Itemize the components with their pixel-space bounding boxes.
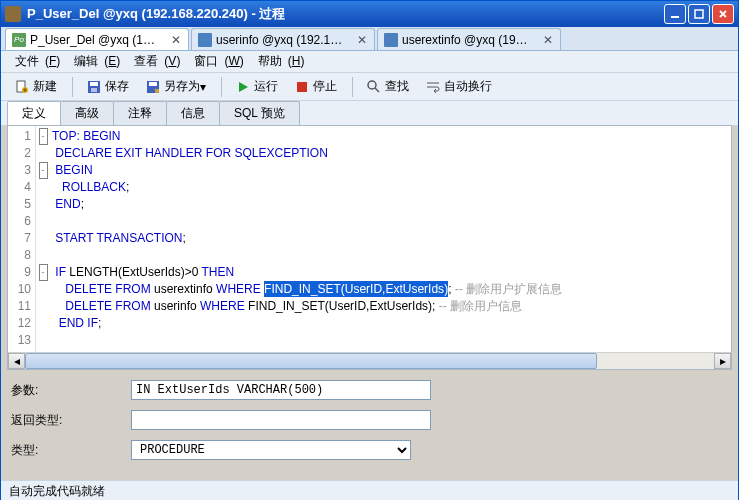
svg-rect-1 bbox=[695, 10, 703, 18]
tab-close-icon[interactable]: ✕ bbox=[356, 34, 368, 46]
params-input[interactable] bbox=[131, 380, 431, 400]
stop-button[interactable]: 停止 bbox=[287, 75, 344, 98]
code-line[interactable]: ROLLBACK; bbox=[50, 179, 731, 196]
tab-file-icon bbox=[384, 33, 398, 47]
scroll-track[interactable] bbox=[25, 353, 714, 369]
svg-rect-5 bbox=[90, 82, 98, 86]
separator bbox=[352, 77, 353, 97]
code-line[interactable] bbox=[50, 213, 731, 230]
fold-marker[interactable]: - bbox=[36, 162, 50, 179]
stop-icon bbox=[294, 79, 310, 95]
file-tab-bar: PoP_User_Del @yxq (192....✕userinfo @yxq… bbox=[1, 27, 738, 51]
tab-sql-preview[interactable]: SQL 预览 bbox=[219, 101, 300, 125]
code-line[interactable]: TOP: BEGIN bbox=[50, 128, 731, 145]
close-button[interactable] bbox=[712, 4, 734, 24]
line-number-gutter: 12345678910111213141516 bbox=[8, 126, 36, 352]
code-line[interactable]: DELETE FROM userextinfo WHERE FIND_IN_SE… bbox=[50, 281, 731, 298]
tab-label: P_User_Del @yxq (192.... bbox=[30, 33, 160, 47]
menu-help[interactable]: 帮助(H) bbox=[250, 51, 309, 72]
fold-gutter[interactable]: --- bbox=[36, 126, 50, 352]
line-number: 2 bbox=[8, 145, 35, 162]
tab-close-icon[interactable]: ✕ bbox=[542, 34, 554, 46]
code-line[interactable] bbox=[50, 332, 731, 349]
menu-window[interactable]: 窗口(W) bbox=[186, 51, 247, 72]
code-line[interactable]: END IF; bbox=[50, 315, 731, 332]
wrap-button[interactable]: 自动换行 bbox=[418, 75, 499, 98]
type-select[interactable]: PROCEDURE bbox=[131, 440, 411, 460]
tab-close-icon[interactable]: ✕ bbox=[170, 34, 182, 46]
search-icon bbox=[366, 79, 382, 95]
line-number: 13 bbox=[8, 332, 35, 349]
menu-bar: 文件(F) 编辑(E) 查看(V) 窗口(W) 帮助(H) bbox=[1, 51, 738, 73]
fold-marker bbox=[36, 332, 50, 349]
fold-marker bbox=[36, 247, 50, 264]
fold-marker bbox=[36, 281, 50, 298]
saveas-button[interactable]: 另存为 ▾ bbox=[138, 75, 213, 98]
code-area[interactable]: TOP: BEGIN DECLARE EXIT HANDLER FOR SQLE… bbox=[50, 126, 731, 352]
file-tab[interactable]: userextinfo @yxq (192...✕ bbox=[377, 28, 561, 50]
fold-marker[interactable]: - bbox=[36, 264, 50, 281]
tab-file-icon: Po bbox=[12, 33, 26, 47]
maximize-button[interactable] bbox=[688, 4, 710, 24]
find-button[interactable]: 查找 bbox=[359, 75, 416, 98]
line-number: 1 bbox=[8, 128, 35, 145]
menu-view[interactable]: 查看(V) bbox=[126, 51, 184, 72]
svg-rect-8 bbox=[149, 82, 157, 86]
fold-marker bbox=[36, 179, 50, 196]
menu-file[interactable]: 文件(F) bbox=[7, 51, 64, 72]
line-number: 5 bbox=[8, 196, 35, 213]
tab-comment[interactable]: 注释 bbox=[113, 101, 167, 125]
separator bbox=[72, 77, 73, 97]
new-button[interactable]: 新建 bbox=[7, 75, 64, 98]
toolbar: 新建 保存 另存为 ▾ 运行 停止 查找 自动换行 bbox=[1, 73, 738, 101]
code-line[interactable]: END; bbox=[50, 196, 731, 213]
fold-marker[interactable]: - bbox=[36, 128, 50, 145]
rettype-label: 返回类型: bbox=[11, 412, 131, 429]
code-line[interactable]: DELETE FROM userinfo WHERE FIND_IN_SET(U… bbox=[50, 298, 731, 315]
params-label: 参数: bbox=[11, 382, 131, 399]
title-bar: P_User_Del @yxq (192.168.220.240) - 过程 bbox=[1, 1, 738, 27]
scroll-left-button[interactable]: ◂ bbox=[8, 353, 25, 369]
save-icon bbox=[86, 79, 102, 95]
svg-rect-6 bbox=[91, 88, 97, 92]
tab-label: userextinfo @yxq (192... bbox=[402, 33, 532, 47]
code-line[interactable]: DECLARE EXIT HANDLER FOR SQLEXCEPTION bbox=[50, 145, 731, 162]
tab-advanced[interactable]: 高级 bbox=[60, 101, 114, 125]
code-line[interactable]: START TRANSACTION; bbox=[50, 230, 731, 247]
code-editor[interactable]: 12345678910111213141516 --- TOP: BEGIN D… bbox=[7, 125, 732, 370]
separator bbox=[221, 77, 222, 97]
wrap-icon bbox=[425, 79, 441, 95]
line-number: 4 bbox=[8, 179, 35, 196]
scroll-thumb[interactable] bbox=[25, 353, 597, 369]
fold-marker bbox=[36, 230, 50, 247]
type-label: 类型: bbox=[11, 442, 131, 459]
fold-marker bbox=[36, 213, 50, 230]
line-number: 9 bbox=[8, 264, 35, 281]
line-number: 6 bbox=[8, 213, 35, 230]
rettype-input[interactable] bbox=[131, 410, 431, 430]
horizontal-scrollbar[interactable]: ◂ ▸ bbox=[8, 352, 731, 369]
tab-file-icon bbox=[198, 33, 212, 47]
menu-edit[interactable]: 编辑(E) bbox=[66, 51, 124, 72]
code-line[interactable]: IF LENGTH(ExtUserIds)>0 THEN bbox=[50, 264, 731, 281]
minimize-button[interactable] bbox=[664, 4, 686, 24]
line-number: 11 bbox=[8, 298, 35, 315]
fold-marker bbox=[36, 196, 50, 213]
code-line[interactable] bbox=[50, 247, 731, 264]
new-icon bbox=[14, 79, 30, 95]
line-number: 10 bbox=[8, 281, 35, 298]
fold-marker bbox=[36, 298, 50, 315]
svg-rect-9 bbox=[297, 82, 307, 92]
line-number: 7 bbox=[8, 230, 35, 247]
line-number: 3 bbox=[8, 162, 35, 179]
save-button[interactable]: 保存 bbox=[79, 75, 136, 98]
tab-definition[interactable]: 定义 bbox=[7, 101, 61, 125]
file-tab[interactable]: PoP_User_Del @yxq (192....✕ bbox=[5, 28, 189, 50]
run-button[interactable]: 运行 bbox=[228, 75, 285, 98]
svg-rect-0 bbox=[671, 16, 679, 18]
saveas-icon bbox=[145, 79, 161, 95]
file-tab[interactable]: userinfo @yxq (192.168...✕ bbox=[191, 28, 375, 50]
scroll-right-button[interactable]: ▸ bbox=[714, 353, 731, 369]
tab-info[interactable]: 信息 bbox=[166, 101, 220, 125]
code-line[interactable]: BEGIN bbox=[50, 162, 731, 179]
